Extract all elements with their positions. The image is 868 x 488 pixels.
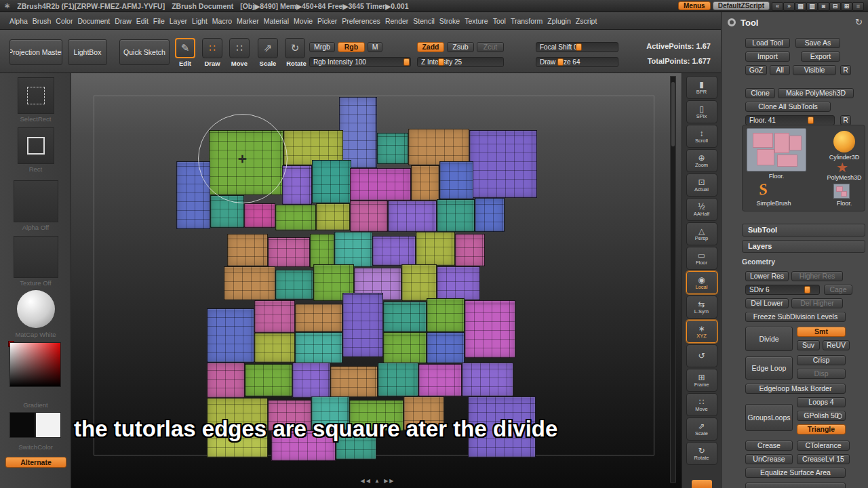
shelf-item-frame[interactable]: ⊞Frame bbox=[686, 369, 717, 392]
move-mode-icon[interactable]: ∷ bbox=[229, 38, 250, 58]
polymesh3d-tool-icon[interactable]: ★ bbox=[836, 159, 848, 176]
quick-sketch-button[interactable]: Quick Sketch bbox=[119, 39, 170, 65]
menus-button[interactable]: Menus bbox=[678, 1, 711, 10]
tool-floor-slider-nub[interactable] bbox=[808, 117, 814, 124]
smt-button[interactable]: Smt bbox=[797, 327, 846, 337]
canvas-vertical-scrollbar[interactable] bbox=[670, 76, 676, 483]
menu-transform[interactable]: Transform bbox=[511, 17, 542, 25]
cycle-left-icon[interactable]: « bbox=[772, 2, 783, 11]
shelf-item-xyz[interactable]: ∗XYZ bbox=[686, 320, 717, 343]
cycle-right-icon[interactable]: » bbox=[783, 2, 795, 11]
stroke-rect-button[interactable] bbox=[18, 127, 54, 164]
rotate-mode-icon[interactable]: ↻ bbox=[285, 38, 305, 58]
cage-button[interactable]: Cage bbox=[824, 285, 852, 295]
sdiv-slider[interactable]: SDiv 6 bbox=[745, 285, 820, 295]
shelf-item-actual[interactable]: ⊡Actual bbox=[686, 174, 717, 197]
crisp-button[interactable]: Crisp bbox=[797, 355, 846, 365]
gpolish-radial-icon[interactable] bbox=[837, 413, 842, 419]
del-lower-button[interactable]: Del Lower bbox=[745, 298, 789, 308]
subtool-section-header[interactable]: SubTool bbox=[742, 224, 865, 237]
make-polymesh3d-button[interactable]: Make PolyMesh3D bbox=[778, 88, 854, 98]
tool-r-button[interactable]: R bbox=[840, 115, 851, 125]
mrgb-button[interactable]: Mrgb bbox=[309, 42, 335, 52]
save-as-button[interactable]: Save As bbox=[795, 38, 840, 48]
clone-all-subtools-button[interactable]: Clone All SubTools bbox=[745, 102, 831, 112]
shelf-item-scroll[interactable]: ↕Scroll bbox=[686, 125, 717, 148]
menu-document[interactable]: Document bbox=[77, 17, 110, 25]
menu-movie[interactable]: Movie bbox=[294, 17, 313, 25]
menu-preferences[interactable]: Preferences bbox=[342, 17, 380, 25]
ctolerance-slider[interactable]: CTolerance bbox=[797, 441, 850, 451]
tool-floor-slider[interactable]: Floor. 41 bbox=[745, 115, 835, 125]
matcap-white-button[interactable] bbox=[17, 290, 55, 328]
palette-refresh-icon[interactable]: ↻ bbox=[855, 17, 863, 27]
focal-shift-slider[interactable]: Focal Shift 0 bbox=[536, 42, 618, 52]
alpha-off-button[interactable] bbox=[14, 180, 58, 222]
rgb-button[interactable]: Rgb bbox=[338, 42, 365, 52]
del-higher-button[interactable]: Del Higher bbox=[791, 298, 843, 308]
secondary-color-swatch[interactable] bbox=[35, 412, 61, 438]
window-expand-icon[interactable]: ⊞ bbox=[841, 2, 852, 11]
menu-brush[interactable]: Brush bbox=[33, 17, 51, 25]
menu-edit[interactable]: Edit bbox=[136, 17, 149, 25]
edge-loop-button[interactable]: Edge Loop bbox=[745, 357, 793, 380]
scale-mode-icon[interactable]: ⇗ bbox=[258, 38, 278, 58]
m-button[interactable]: M bbox=[368, 42, 382, 52]
load-tool-button[interactable]: Load Tool bbox=[745, 38, 790, 48]
menu-layer[interactable]: Layer bbox=[170, 17, 187, 25]
sdiv-slider-nub[interactable] bbox=[804, 286, 810, 293]
window-shrink-icon[interactable]: ⊟ bbox=[829, 2, 841, 11]
freeze-subdivision-button[interactable]: Freeze SubDivision Levels bbox=[745, 312, 846, 322]
goz-r-button[interactable]: R bbox=[840, 65, 851, 75]
canvas-scrollbar-thumb[interactable] bbox=[671, 82, 675, 146]
default-zscript-button[interactable]: DefaultZScript bbox=[713, 1, 770, 10]
export-button[interactable]: Export bbox=[801, 52, 840, 62]
edit-mode-icon[interactable]: ✎ bbox=[175, 38, 195, 58]
loops-slider[interactable]: Loops 4 bbox=[797, 397, 846, 407]
shelf-partial-button[interactable] bbox=[692, 480, 712, 488]
suv-button[interactable]: Suv bbox=[797, 340, 820, 350]
shelf-item-icon11[interactable]: ↺ bbox=[686, 344, 717, 367]
zsub-button[interactable]: Zsub bbox=[447, 42, 474, 52]
rgb-intensity-slider[interactable]: Rgb Intensity 100 bbox=[309, 57, 411, 67]
shelf-item-floor[interactable]: ▭Floor bbox=[686, 247, 717, 270]
creaselvl-slider[interactable]: CreaseLvl 15 bbox=[797, 454, 850, 464]
disp-button[interactable]: Disp bbox=[797, 369, 846, 379]
shelf-item-aahalf[interactable]: ½AAHalf bbox=[686, 198, 717, 221]
canvas-nav-arrows[interactable]: ◀◀ ▲ ▶▶ bbox=[323, 478, 432, 484]
zcut-button[interactable]: Zcut bbox=[477, 42, 504, 52]
menu-draw[interactable]: Draw bbox=[115, 17, 132, 25]
draw-size-slider[interactable]: Draw Size 64 bbox=[536, 57, 618, 67]
color-picker[interactable] bbox=[9, 342, 61, 387]
groupsloops-button[interactable]: GroupsLoops bbox=[745, 404, 793, 431]
shelf-item-rotate[interactable]: ↻Rotate bbox=[686, 442, 717, 465]
focal-shift-nub[interactable] bbox=[576, 43, 582, 51]
document-canvas[interactable]: ✛ the tutorlas edges are squaure ater th… bbox=[71, 73, 682, 488]
menu-marker[interactable]: Marker bbox=[237, 17, 259, 25]
z-intensity-nub[interactable] bbox=[438, 58, 444, 66]
layers-section-header[interactable]: Layers bbox=[742, 240, 865, 253]
goz-visible-button[interactable]: Visible bbox=[793, 65, 836, 75]
shelf-item-bpr[interactable]: ▮BPR bbox=[686, 76, 717, 99]
reuv-button[interactable]: ReUV bbox=[823, 340, 850, 350]
draw-size-nub[interactable] bbox=[557, 58, 564, 66]
shelf-item-move[interactable]: ∷Move bbox=[686, 393, 717, 416]
crease-button[interactable]: Crease bbox=[745, 441, 793, 451]
shelf-item-scale[interactable]: ⇗Scale bbox=[686, 418, 717, 441]
clone-button[interactable]: Clone bbox=[745, 88, 775, 98]
tray-icon[interactable]: ▤ bbox=[795, 2, 806, 11]
geometry-section-header[interactable]: Geometry bbox=[742, 258, 865, 266]
divide-button[interactable]: Divide bbox=[745, 327, 793, 351]
stroke-selectrect-button[interactable] bbox=[18, 77, 54, 114]
doc-grid-icon[interactable]: ▥ bbox=[806, 2, 818, 11]
menu-picker[interactable]: Picker bbox=[317, 17, 337, 25]
simplebrush-tool-icon[interactable]: S bbox=[757, 180, 768, 199]
menu-texture[interactable]: Texture bbox=[465, 17, 488, 25]
floor-tool-icon[interactable] bbox=[833, 184, 850, 199]
goz-all-button[interactable]: All bbox=[770, 65, 790, 75]
main-color-swatch[interactable] bbox=[9, 412, 35, 438]
z-intensity-slider[interactable]: Z Intensity 25 bbox=[417, 57, 504, 67]
current-tool-thumbnail[interactable] bbox=[747, 128, 806, 171]
menu-list-icon[interactable]: ≡ bbox=[852, 2, 864, 11]
menu-macro[interactable]: Macro bbox=[212, 17, 232, 25]
